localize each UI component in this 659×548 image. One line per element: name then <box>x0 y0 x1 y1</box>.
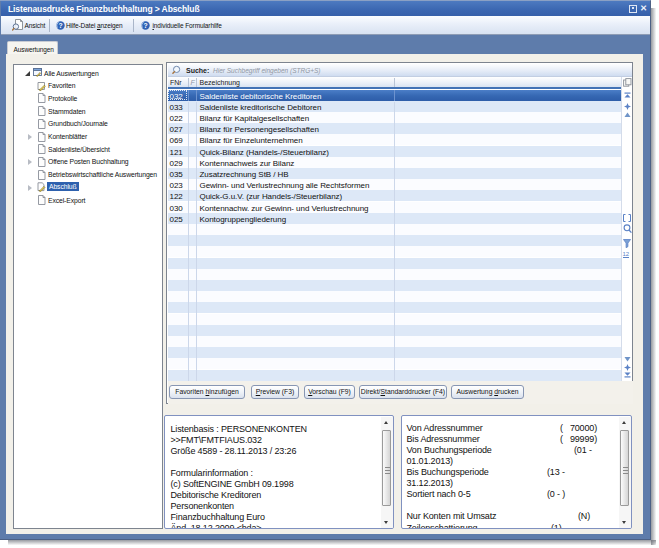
svg-text:?: ? <box>59 22 63 29</box>
svg-text:?: ? <box>144 22 148 29</box>
